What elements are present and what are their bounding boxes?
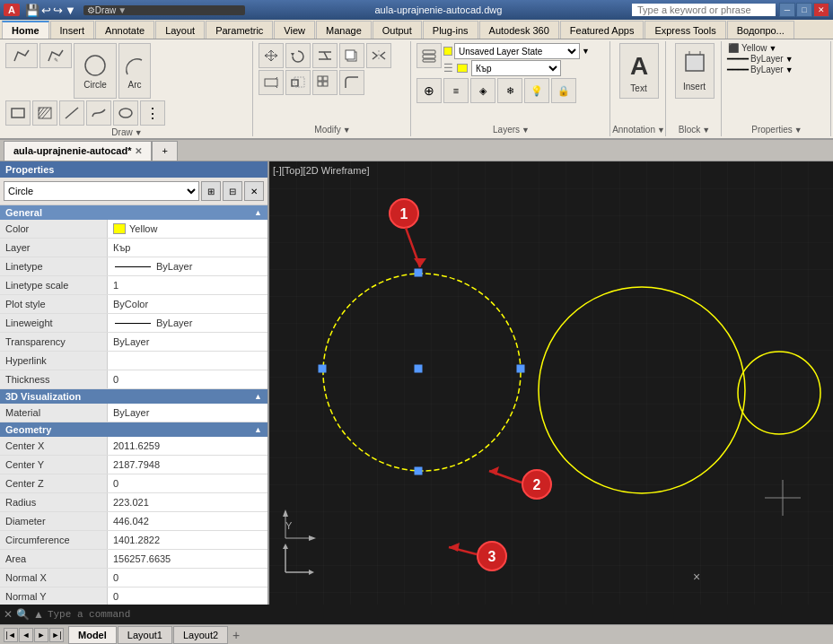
properties-icon-btn-1[interactable]: ⊞ <box>201 181 221 201</box>
tab-autodesk360[interactable]: Autodesk 360 <box>479 21 559 39</box>
file-tab-new[interactable]: + <box>152 141 177 161</box>
properties-icon-btn-3[interactable]: ✕ <box>244 181 264 201</box>
layout-nav-prev[interactable]: ◄ <box>19 628 33 642</box>
prop-value-thickness[interactable]: 0 <box>108 370 267 388</box>
prop-value-color[interactable]: Yellow <box>108 220 267 238</box>
prop-value-center-z[interactable]: 0 <box>108 474 267 492</box>
lock-layer[interactable]: 🔒 <box>551 78 576 103</box>
move-button[interactable] <box>259 43 284 68</box>
layer-isolate[interactable]: ◈ <box>470 78 495 103</box>
prop-value-radius[interactable]: 223.021 <box>108 493 267 511</box>
prop-value-linetype-scale[interactable]: 1 <box>108 276 267 294</box>
prop-value-center-x[interactable]: 2011.6259 <box>108 437 267 455</box>
tab-annotate[interactable]: Annotate <box>95 21 154 39</box>
layout-nav-first[interactable]: |◄ <box>4 628 18 642</box>
prop-value-normal-x[interactable]: 0 <box>108 569 267 587</box>
tab-manage[interactable]: Manage <box>316 21 372 39</box>
search-input[interactable] <box>632 4 776 16</box>
hatch-button[interactable] <box>32 100 57 126</box>
rectangle-button[interactable] <box>5 100 31 126</box>
handle-center[interactable] <box>415 365 422 372</box>
prop-value-hyperlink[interactable] <box>108 352 267 370</box>
copy-button[interactable] <box>339 43 364 68</box>
maximize-button[interactable]: □ <box>796 3 812 17</box>
tab-home[interactable]: Home <box>2 21 49 39</box>
tab-view[interactable]: View <box>274 21 315 39</box>
prop-value-normal-y[interactable]: 0 <box>108 587 267 605</box>
handle-top[interactable] <box>415 269 422 276</box>
drawing-canvas[interactable]: Y × <box>269 161 833 605</box>
layer-state-arrow[interactable]: ▼ <box>582 47 590 56</box>
prop-value-lineweight[interactable]: ByLayer <box>108 314 267 332</box>
file-tab-main[interactable]: aula-uprajnenie-autocad* ✕ <box>4 141 152 161</box>
tab-layout[interactable]: Layout <box>155 21 205 39</box>
quick-access-undo[interactable]: ↩ <box>41 4 51 17</box>
ellipse-button[interactable] <box>113 100 138 126</box>
handle-left[interactable] <box>319 365 326 372</box>
tab-parametric[interactable]: Parametric <box>206 21 273 39</box>
mirror-button[interactable] <box>366 43 391 68</box>
tab-output[interactable]: Output <box>373 21 422 39</box>
spline-button[interactable] <box>86 100 111 126</box>
layer-state-dropdown[interactable]: Unsaved Layer State <box>454 43 580 59</box>
rotate-button[interactable] <box>285 43 311 68</box>
prop-value-layer[interactable]: Кър <box>108 239 267 257</box>
object-type-selector[interactable]: Circle <box>4 181 199 201</box>
array-button[interactable] <box>312 70 338 95</box>
fillet-button[interactable] <box>339 70 364 95</box>
close-button[interactable]: ✕ <box>813 3 829 17</box>
quick-access-redo[interactable]: ↪ <box>53 4 63 17</box>
arc-button[interactable]: Arc <box>118 43 151 99</box>
tab-express-tools[interactable]: Express Tools <box>644 21 725 39</box>
prop-value-center-y[interactable]: 2187.7948 <box>108 456 267 474</box>
circle-button[interactable]: Circle <box>74 43 117 99</box>
layer-match[interactable]: ≡ <box>443 78 469 103</box>
handle-right[interactable] <box>517 365 524 372</box>
stretch-button[interactable] <box>259 70 284 95</box>
canvas-viewport[interactable]: [-][Top][2D Wireframe] Y <box>269 161 833 605</box>
3d-section-header[interactable]: 3D Visualization ▲ <box>0 389 267 404</box>
layout-tab-layout1[interactable]: Layout1 <box>118 626 172 644</box>
tab-featured-apps[interactable]: Featured Apps <box>560 21 644 39</box>
line-button[interactable] <box>59 100 84 126</box>
general-section-header[interactable]: General ▲ <box>0 205 267 220</box>
insert-button[interactable]: Insert <box>675 43 715 99</box>
tab-plugins[interactable]: Plug-ins <box>423 21 478 39</box>
command-expand-icon[interactable]: ▲ <box>33 608 44 621</box>
layer-properties-button[interactable] <box>416 43 442 68</box>
quick-access-save[interactable]: 💾 <box>25 4 39 17</box>
layout-tab-model[interactable]: Model <box>68 626 117 644</box>
handle-bottom[interactable] <box>415 467 422 474</box>
prop-value-circumference[interactable]: 1401.2822 <box>108 531 267 549</box>
layer-name-dropdown[interactable]: Кър <box>471 60 561 76</box>
polyline-button[interactable] <box>5 43 38 68</box>
quick-access-more[interactable]: ▼ <box>65 4 76 17</box>
make-object-layer[interactable]: ⊕ <box>416 78 442 103</box>
prop-value-material[interactable]: ByLayer <box>108 404 267 422</box>
layout-tab-layout2[interactable]: Layout2 <box>173 626 228 644</box>
prop-value-diameter[interactable]: 446.042 <box>108 512 267 530</box>
freeze-layer[interactable]: ❄ <box>497 78 522 103</box>
prop-value-linetype[interactable]: ByLayer <box>108 257 267 275</box>
more-draw-button[interactable]: ⋮ <box>140 100 165 126</box>
trim-button[interactable] <box>312 43 338 68</box>
text-button[interactable]: A Text <box>619 43 659 99</box>
minimize-button[interactable]: ─ <box>779 3 795 17</box>
layout-nav-next[interactable]: ► <box>34 628 48 642</box>
prop-value-plot-style[interactable]: ByColor <box>108 295 267 313</box>
command-search-icon[interactable]: 🔍 <box>16 608 30 621</box>
layout-nav-last[interactable]: ►| <box>49 628 64 642</box>
command-input[interactable] <box>48 609 829 620</box>
layer-off[interactable]: 💡 <box>524 78 549 103</box>
layout-add-btn[interactable]: + <box>232 628 240 642</box>
file-tab-close-btn[interactable]: ✕ <box>135 146 142 156</box>
command-close-icon[interactable]: ✕ <box>4 608 13 621</box>
properties-icon-btn-2[interactable]: ⊟ <box>223 181 242 201</box>
geometry-section-header[interactable]: Geometry ▲ <box>0 422 267 437</box>
prop-value-area[interactable]: 156257.6635 <box>108 550 267 568</box>
edit-polyline-button[interactable]: ✎ <box>39 43 72 68</box>
tab-more[interactable]: Водопро... <box>727 21 794 39</box>
tab-insert[interactable]: Insert <box>50 21 95 39</box>
prop-value-transparency[interactable]: ByLayer <box>108 333 267 351</box>
scale-button[interactable] <box>285 70 311 95</box>
